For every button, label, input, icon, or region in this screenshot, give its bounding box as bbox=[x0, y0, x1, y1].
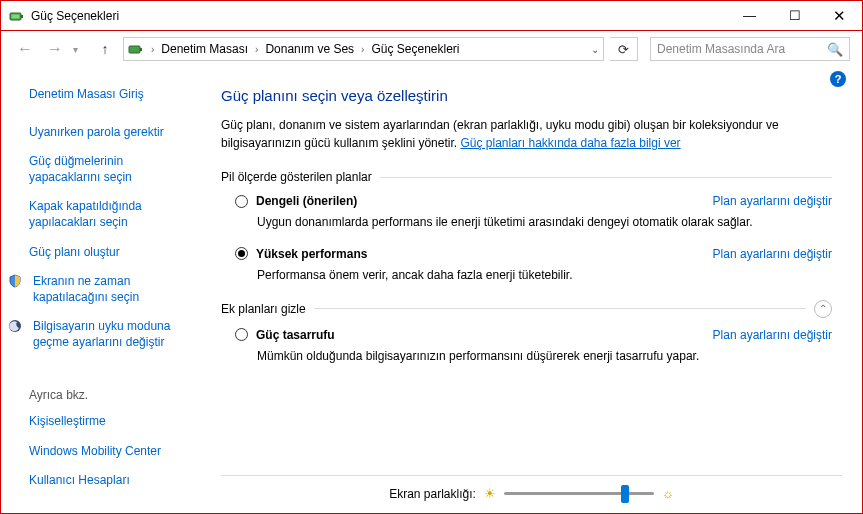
power-plan: Yüksek performans Plan ayarlarını değişt… bbox=[235, 247, 832, 284]
sidebar-link[interactable]: Uyanırken parola gerektir bbox=[29, 125, 191, 141]
change-plan-link[interactable]: Plan ayarlarını değiştir bbox=[713, 247, 832, 261]
shield-icon bbox=[7, 274, 23, 288]
power-plan: Güç tasarrufu Plan ayarlarını değiştir M… bbox=[235, 328, 832, 365]
power-plan: Dengeli (önerilen) Plan ayarlarını değiş… bbox=[235, 194, 832, 231]
sun-high-icon: ☼ bbox=[662, 486, 674, 501]
sidebar-link[interactable]: Bilgisayarın uyku moduna geçme ayarların… bbox=[33, 319, 191, 350]
section-title-primary: Pil ölçerde gösterilen planlar bbox=[221, 170, 832, 184]
collapse-icon[interactable]: ⌃ bbox=[814, 300, 832, 318]
page-heading: Güç planını seçin veya özelleştirin bbox=[221, 87, 832, 104]
svg-rect-1 bbox=[21, 15, 23, 18]
maximize-button[interactable]: ☐ bbox=[772, 1, 817, 30]
see-also-link[interactable]: Windows Mobility Center bbox=[29, 444, 191, 460]
search-icon[interactable]: 🔍 bbox=[827, 42, 843, 57]
plan-name: Güç tasarrufu bbox=[256, 328, 335, 342]
sidebar-link[interactable]: Güç düğmelerinin yapacaklarını seçin bbox=[29, 154, 191, 185]
svg-rect-2 bbox=[12, 14, 20, 18]
up-button[interactable]: ↑ bbox=[93, 37, 117, 61]
plan-name: Yüksek performans bbox=[256, 247, 367, 261]
plan-name: Dengeli (önerilen) bbox=[256, 194, 357, 208]
divider bbox=[380, 177, 832, 178]
brightness-footer: Ekran parlaklığı: ☀ ☼ bbox=[221, 475, 842, 501]
address-bar[interactable]: › Denetim Masası › Donanım ve Ses › Güç … bbox=[123, 37, 604, 61]
intro-link[interactable]: Güç planları hakkında daha fazla bilgi v… bbox=[460, 136, 680, 150]
close-button[interactable]: ✕ bbox=[817, 1, 862, 30]
change-plan-link[interactable]: Plan ayarlarını değiştir bbox=[713, 194, 832, 208]
sidebar-link[interactable]: Kapak kapatıldığında yapılacakları seçin bbox=[29, 199, 191, 230]
sidebar-item: Ekranın ne zaman kapatılacağını seçin bbox=[29, 274, 191, 305]
battery-icon bbox=[128, 41, 144, 57]
brightness-slider[interactable] bbox=[504, 492, 654, 495]
breadcrumb-sep: › bbox=[252, 44, 261, 55]
moon-icon bbox=[7, 319, 23, 333]
plan-radio[interactable] bbox=[235, 328, 248, 341]
back-button[interactable]: ← bbox=[13, 37, 37, 61]
plan-radio[interactable] bbox=[235, 247, 248, 260]
breadcrumb-sep: › bbox=[148, 44, 157, 55]
divider bbox=[314, 308, 806, 309]
intro-text: Güç planı, donanım ve sistem ayarlarında… bbox=[221, 116, 832, 152]
plan-radio[interactable] bbox=[235, 195, 248, 208]
change-plan-link[interactable]: Plan ayarlarını değiştir bbox=[713, 328, 832, 342]
navigation-bar: ← → ▾ ↑ › Denetim Masası › Donanım ve Se… bbox=[1, 31, 862, 67]
plan-description: Performansa önem verir, ancak daha fazla… bbox=[257, 267, 832, 284]
sidebar-link[interactable]: Ekranın ne zaman kapatılacağını seçin bbox=[33, 274, 191, 305]
minimize-button[interactable]: — bbox=[727, 1, 772, 30]
breadcrumb-item[interactable]: Donanım ve Ses bbox=[265, 42, 354, 56]
address-right: ⌄ bbox=[591, 44, 599, 55]
see-also-heading: Ayrıca bkz. bbox=[29, 388, 191, 402]
sidebar: Denetim Masası Giriş Uyanırken parola ge… bbox=[1, 67, 201, 513]
breadcrumb-item[interactable]: Güç Seçenekleri bbox=[371, 42, 459, 56]
content-area: Denetim Masası Giriş Uyanırken parola ge… bbox=[1, 67, 862, 513]
slider-thumb[interactable] bbox=[621, 485, 629, 503]
section-title-extra: Ek planları gizle ⌃ bbox=[221, 300, 832, 318]
breadcrumb-sep: › bbox=[358, 44, 367, 55]
search-input[interactable] bbox=[657, 42, 823, 56]
title-bar: Güç Seçenekleri — ☐ ✕ bbox=[1, 1, 862, 31]
history-dropdown[interactable]: ▾ bbox=[73, 44, 87, 55]
svg-rect-4 bbox=[140, 48, 142, 51]
plan-description: Uygun donanımlarda performans ile enerji… bbox=[257, 214, 832, 231]
brightness-label: Ekran parlaklığı: bbox=[389, 487, 476, 501]
sidebar-item: Bilgisayarın uyku moduna geçme ayarların… bbox=[29, 319, 191, 350]
window-title: Güç Seçenekleri bbox=[31, 9, 727, 23]
see-also-link[interactable]: Kullanıcı Hesapları bbox=[29, 473, 191, 489]
sun-low-icon: ☀ bbox=[484, 486, 496, 501]
svg-rect-3 bbox=[129, 46, 140, 53]
refresh-button[interactable]: ⟳ bbox=[610, 37, 638, 61]
address-dropdown-icon[interactable]: ⌄ bbox=[591, 44, 599, 55]
forward-button[interactable]: → bbox=[43, 37, 67, 61]
sidebar-home-link[interactable]: Denetim Masası Giriş bbox=[29, 87, 191, 103]
main-panel: Güç planını seçin veya özelleştirin Güç … bbox=[201, 67, 862, 513]
search-box[interactable]: 🔍 bbox=[650, 37, 850, 61]
breadcrumb-item[interactable]: Denetim Masası bbox=[161, 42, 248, 56]
see-also-link[interactable]: Kişiselleştirme bbox=[29, 414, 191, 430]
battery-icon bbox=[9, 8, 25, 24]
sidebar-link[interactable]: Güç planı oluştur bbox=[29, 245, 191, 261]
plan-description: Mümkün olduğunda bilgisayarınızın perfor… bbox=[257, 348, 832, 365]
window-controls: — ☐ ✕ bbox=[727, 1, 862, 30]
